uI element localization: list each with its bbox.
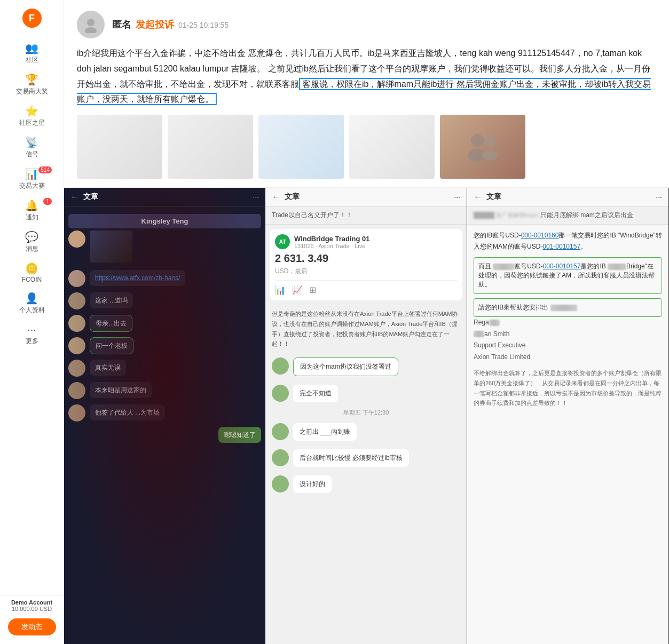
chat-avatar-7 (68, 382, 85, 399)
disclaimer-text: 不给解绑出金就算了，之后更是直接将投资者的多个账户割爆仓（所有限单的260万美金… (474, 368, 662, 408)
left-panel: ← 文章 ··· Kingsley Teng https://www.atfx.… (64, 188, 265, 644)
sidebar-item-notification[interactable]: 🔔 通知 1 (0, 195, 64, 226)
regards: Rega (474, 317, 662, 329)
more-icon-right[interactable]: ··· (656, 193, 662, 201)
trade-info: WindBridge Trading 01 131026 · Axion Tra… (294, 235, 369, 249)
svg-point-2 (471, 134, 484, 147)
sidebar-item-community-star[interactable]: ⭐ 社区之星 (0, 100, 64, 132)
chat-avatar-3 (68, 292, 85, 309)
sender-title: Support Executive (474, 340, 662, 352)
post-image-4[interactable] (349, 115, 435, 179)
post-image-2[interactable] (168, 115, 253, 179)
mid-chat-msg-5: 设计好的 (265, 471, 467, 497)
sidebar-item-fcoin[interactable]: 🪙 FCOIN (0, 258, 64, 288)
award-icon: 🏆 (25, 73, 38, 86)
back-arrow-icon-mid[interactable]: ← (272, 192, 280, 202)
main-content: 匿名 发起投诉 01-25 10:19:55 ib介绍我用这个平台入金诈骗，中途… (64, 0, 669, 644)
grid-icon: ⊞ (309, 285, 316, 295)
sidebar-item-label: 信号 (26, 150, 38, 159)
post-action: 发起投诉 (136, 18, 174, 31)
chart-icon: 📊 (25, 168, 38, 180)
chat-right-bubble: 嗯嗯知道了 (218, 427, 261, 443)
mid-chat-bubble-5: 设计好的 (293, 475, 332, 493)
sidebar-item-label: 交易大赛 (19, 181, 45, 190)
more-icon-mid[interactable]: ··· (454, 193, 460, 201)
chat-avatar (68, 230, 85, 248)
mid-chat-msg-3: 之前出 ___内到账 (265, 419, 467, 445)
post-time: 01-25 10:19:55 (178, 21, 229, 29)
mid-chat-avatar-4 (272, 449, 289, 466)
post-header: 匿名 发起投诉 01-25 10:19:55 (77, 11, 656, 38)
sidebar-item-label: 个人资料 (19, 306, 45, 315)
mid-chat-bubble-2: 完全不知道 (293, 385, 338, 402)
trade-icons-row: 📊 📈 ⊞ (275, 280, 457, 295)
sidebar-item-more[interactable]: ··· 更多 (0, 319, 64, 350)
left-panel-body[interactable]: Kingsley Teng https://www.atfx.com/zh-ha… (64, 206, 265, 644)
mid-chat-avatar-1 (272, 357, 289, 375)
chat-msg-right: 嗯嗯知道了 (68, 427, 261, 443)
svg-point-4 (485, 136, 495, 147)
account-value: 10,000.00 USD (12, 606, 52, 612)
chat-link-msg: https://www.atfx.com/zh-hans/ (68, 270, 261, 287)
profile-icon: 👤 (25, 292, 38, 305)
post-image-3[interactable] (258, 115, 344, 179)
atfx-link[interactable]: https://www.atfx.com/zh-hans/ (95, 274, 180, 282)
mid-panel-header: ← 文章 ··· (265, 188, 467, 206)
sidebar-item-signal[interactable]: 📡 信号 (0, 132, 64, 163)
right-panel-title: 文章 (486, 192, 501, 202)
sidebar-item-label: 消息 (26, 244, 38, 253)
email-footer: Rega an Smith Support Executive Axion Tr… (467, 317, 668, 414)
chat-originally-bubble: 本来咱是用这家的 (90, 382, 152, 398)
more-icon-left[interactable]: ··· (253, 193, 259, 201)
post-image-1[interactable] (77, 115, 162, 179)
back-arrow-icon[interactable]: ← (70, 192, 79, 202)
mid-chat-msg-4: 后台就时间比较慢 必须要经过ib审核 (265, 445, 467, 471)
trade-amount: 2 631. 3.49 (275, 252, 457, 265)
email-link-1[interactable]: 000-0010160 (521, 232, 559, 239)
chat-question-bubble: 这家 ...道吗 (90, 292, 133, 308)
trend-icon: 📈 (292, 285, 303, 295)
post-button[interactable]: 发动态 (8, 618, 56, 635)
left-panel-header: ← 文章 ··· (64, 188, 265, 206)
right-panel-header: ← 文章 ··· (467, 188, 668, 206)
email-link-3[interactable]: 000-0010157 (543, 263, 581, 270)
chat-link-bubble: https://www.atfx.com/zh-hans/ (90, 270, 185, 286)
trade-name: WindBridge Trading 01 (294, 235, 369, 243)
email-link-2[interactable]: 001-0010157 (542, 243, 580, 250)
mid-time: 星期五 下午12:30 (265, 409, 467, 417)
chat-avatar-5 (68, 337, 85, 354)
notification-icon: 🔔 (25, 199, 38, 212)
trade-card: AT WindBridge Trading 01 131026 · Axion … (270, 229, 462, 300)
chat-msg-green1: 母亲...出去 (68, 315, 261, 332)
chat-msg-originally: 本来咱是用这家的 (68, 382, 261, 399)
right-panel-body[interactable]: █████ 客厂级解绑mam 只能月底解绑 mam之后议后出金 您的IB账号US… (467, 206, 668, 644)
mid-panel-body[interactable]: Trade以自己名义开户了！！ AT WindBridge Trading 01… (265, 206, 467, 644)
demo-account: Demo Account 10,000.00 USD (0, 595, 64, 614)
mid-description: 但是奇葩的是这位粉丝从来没有在Axion Trade平台上签署过任何MAM协议，… (265, 305, 467, 353)
mid-chat-avatar-5 (272, 475, 289, 492)
sidebar-item-trading-contest[interactable]: 📊 交易大赛 514 (0, 163, 64, 195)
account-label: Demo Account (11, 599, 52, 606)
post-image-5[interactable] (440, 115, 525, 179)
trade-logo: AT (275, 234, 290, 249)
mid-panel-title: 文章 (285, 192, 300, 202)
sidebar-item-message[interactable]: 💬 消息 (0, 226, 64, 258)
community-icon: 👥 (25, 42, 38, 54)
chat-avatar-2 (68, 270, 85, 287)
right-panel-top: █████ 客厂级解绑mam 只能月底解绑 mam之后议后出金 (467, 206, 668, 225)
post-body: ib介绍我用这个平台入金诈骗，中途不给出金 恶意爆仓，共计几百万人民币。ib是马… (77, 46, 656, 107)
sidebar-bottom: Demo Account 10,000.00 USD 发动态 (0, 595, 64, 639)
sidebar-item-trader-award[interactable]: 🏆 交易商大奖 (0, 69, 64, 100)
svg-point-5 (482, 150, 498, 161)
chat-signed-bubble: 他签了代给人 ...为市场 (90, 404, 165, 420)
mid-chat-msg-1: 因为这个mam协议我们没签署过 (265, 353, 467, 380)
post-images (77, 115, 656, 179)
mid-chat-bubble-3: 之前出 ___内到账 (293, 423, 357, 441)
right-panel: ← 文章 ··· █████ 客厂级解绑mam 只能月底解绑 mam之后议后出金… (467, 188, 669, 644)
sidebar-item-profile[interactable]: 👤 个人资料 (0, 288, 64, 319)
sidebar-item-community[interactable]: 👥 社区 (0, 37, 64, 69)
chat-thumb-image (90, 230, 132, 263)
chat-green-bubble-2: 问一个老板 (90, 337, 133, 354)
back-arrow-icon-right[interactable]: ← (474, 192, 482, 202)
avatar (77, 11, 105, 38)
